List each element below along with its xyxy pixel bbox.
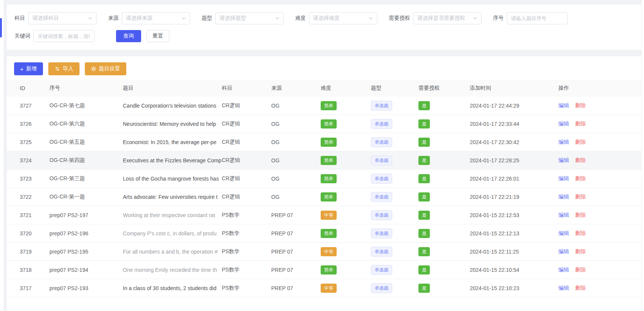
delete-link[interactable]: 删除 — [575, 157, 586, 163]
add-button[interactable]: + 新增 — [14, 62, 43, 75]
cell-auth: 是 — [418, 211, 470, 220]
cell-auth: 是 — [418, 138, 470, 147]
edit-link[interactable]: 编辑 — [558, 248, 569, 254]
table-row: 3726OG-CR-第六题Neuroscientist: Memory evol… — [7, 115, 644, 133]
difficulty-badge: 简单 — [321, 101, 337, 110]
auth-badge: 是 — [418, 192, 430, 202]
delete-link[interactable]: 删除 — [575, 285, 586, 291]
collapsed-sidebar — [0, 0, 4, 311]
filter-group-serial: 序号 — [493, 12, 568, 24]
table-row: 3722OG-CR-第一题Arts advocate: Few universi… — [7, 188, 644, 206]
gear-icon — [91, 66, 96, 71]
delete-link[interactable]: 删除 — [575, 248, 586, 254]
cell-question-type: 单选题 — [371, 137, 418, 147]
delete-link[interactable]: 删除 — [575, 267, 586, 273]
keyword-input[interactable] — [33, 30, 94, 42]
table-row: 3727OG-CR-第七题Candle Corporation's televi… — [7, 97, 644, 115]
edit-link[interactable]: 编辑 — [558, 285, 569, 291]
cell-title: Neuroscientist: Memory evolved to help — [123, 121, 222, 127]
delete-link[interactable]: 删除 — [575, 121, 586, 127]
edit-link[interactable]: 编辑 — [558, 175, 569, 181]
cell-added-time: 2024-01-17 22:44:29 — [470, 103, 558, 109]
add-button-label: 新增 — [26, 65, 37, 72]
cell-subject: CR逻辑 — [222, 121, 271, 127]
cell-actions: 编辑删除 — [558, 285, 644, 292]
cell-subject: CR逻辑 — [222, 139, 271, 146]
table-row: 3718prep07 PS2-194One morning Emily reco… — [7, 261, 644, 279]
cell-actions: 编辑删除 — [558, 248, 644, 255]
cell-added-time: 2024-01-17 22:28:25 — [470, 157, 558, 163]
cell-title: Executives at the Fizzles Beverage Comp — [123, 157, 222, 163]
question-list-panel: + 新增 导入 题目设置 ID 序号 题目 科目 来源 难度 题型 需要授权 添… — [7, 56, 644, 311]
table-row: 3717prep07 PS2-193In a class of 30 stude… — [7, 279, 644, 297]
edit-link[interactable]: 编辑 — [558, 267, 569, 273]
cell-source: OG — [271, 176, 321, 182]
difficulty-badge: 简单 — [321, 229, 337, 238]
serial-input[interactable] — [507, 12, 568, 24]
source-select-placeholder: 请选择来源 — [126, 15, 153, 22]
edit-link[interactable]: 编辑 — [558, 194, 569, 200]
chevron-down-icon — [181, 16, 186, 21]
search-button[interactable]: 查询 — [116, 30, 141, 42]
edit-link[interactable]: 编辑 — [558, 212, 569, 218]
reset-button[interactable]: 重置 — [146, 30, 169, 42]
header-added-time: 添加时间 — [470, 85, 558, 92]
cell-difficulty: 简单 — [321, 119, 371, 129]
cell-id: 3722 — [20, 194, 49, 200]
edit-link[interactable]: 编辑 — [558, 121, 569, 127]
import-button[interactable]: 导入 — [48, 62, 80, 75]
filter-panel: 科目 请选择科目 来源 请选择来源 题型 请选择题型 难度 请选择难度 — [7, 5, 644, 50]
cell-source: OG — [271, 103, 321, 109]
cell-question-type: 单选题 — [371, 210, 418, 220]
question-type-badge: 单选题 — [371, 192, 392, 202]
difficulty-badge: 中等 — [321, 211, 337, 220]
cell-question-type: 单选题 — [371, 192, 418, 202]
header-subject: 科目 — [222, 85, 271, 92]
delete-link[interactable]: 删除 — [575, 212, 586, 218]
cell-subject: PS数学 — [222, 230, 271, 237]
edit-link[interactable]: 编辑 — [558, 102, 569, 108]
header-serial: 序号 — [49, 85, 123, 92]
cell-id: 3725 — [20, 139, 49, 145]
delete-link[interactable]: 删除 — [575, 139, 586, 145]
auth-badge: 是 — [418, 229, 430, 238]
cell-source: OG — [271, 157, 321, 163]
delete-link[interactable]: 删除 — [575, 175, 586, 181]
subject-select[interactable]: 请选择科目 — [28, 12, 97, 24]
filter-group-keyword: 关键词 — [14, 30, 94, 42]
chevron-down-icon — [369, 16, 373, 21]
cell-serial: OG-CR-第七题 — [49, 102, 123, 109]
question-type-badge: 单选题 — [371, 265, 392, 275]
cell-auth: 是 — [418, 192, 470, 202]
question-type-select[interactable]: 请选择题型 — [215, 12, 284, 24]
cell-subject: PS数学 — [222, 285, 271, 292]
settings-button[interactable]: 题目设置 — [85, 62, 126, 75]
import-button-label: 导入 — [63, 65, 73, 72]
question-type-badge: 单选题 — [371, 247, 392, 257]
cell-source: PREP 07 — [271, 249, 321, 255]
table-row: 3720prep07 PS2-196Company P's cost c, in… — [7, 224, 644, 243]
cell-title: Company P's cost c, in dollars, of produ — [123, 230, 222, 236]
source-select[interactable]: 请选择来源 — [122, 12, 190, 24]
filter-group-difficulty: 难度 请选择难度 — [295, 12, 377, 24]
cell-serial: prep07 PS2-194 — [49, 267, 123, 273]
delete-link[interactable]: 删除 — [575, 102, 586, 108]
edit-link[interactable]: 编辑 — [558, 139, 569, 145]
cell-auth: 是 — [418, 229, 470, 238]
cell-id: 3720 — [20, 230, 49, 236]
edit-link[interactable]: 编辑 — [558, 157, 569, 163]
difficulty-badge: 简单 — [321, 119, 337, 129]
cell-title: Working at their respective constant rat — [123, 212, 222, 218]
subject-label: 科目 — [14, 15, 25, 22]
table-row: 3724OG-CR-第四题Executives at the Fizzles B… — [7, 151, 644, 170]
edit-link[interactable]: 编辑 — [558, 230, 569, 236]
scrollbar-track[interactable] — [641, 0, 644, 311]
difficulty-select[interactable]: 请选择难度 — [309, 12, 377, 24]
delete-link[interactable]: 删除 — [575, 230, 586, 236]
auth-select[interactable]: 请选择是否需要授权 — [413, 12, 482, 24]
cell-added-time: 2024-01-17 22:33:44 — [470, 121, 558, 127]
question-type-badge: 单选题 — [371, 101, 392, 111]
auth-badge: 是 — [418, 138, 430, 147]
source-label: 来源 — [108, 15, 119, 22]
delete-link[interactable]: 删除 — [575, 194, 586, 200]
